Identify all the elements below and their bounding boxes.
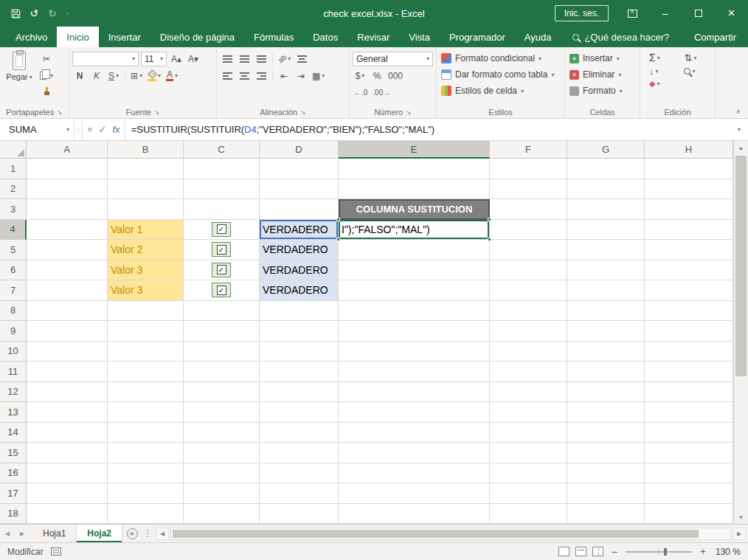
- collapse-ribbon-button[interactable]: ∧: [735, 108, 741, 115]
- cell-G13[interactable]: [567, 402, 645, 423]
- copy-button[interactable]: [38, 68, 55, 83]
- cell-G5[interactable]: [567, 240, 645, 260]
- sheet-tab-hoja1[interactable]: Hoja1: [32, 525, 77, 542]
- cell-E17[interactable]: [339, 483, 490, 504]
- cell-E8[interactable]: [339, 301, 490, 322]
- cell-C4[interactable]: ✓: [184, 220, 260, 241]
- font-size-combobox[interactable]: 11: [141, 52, 167, 66]
- checkbox-C7[interactable]: ✓: [212, 283, 231, 297]
- cell-A15[interactable]: [27, 443, 108, 463]
- cell-D10[interactable]: [260, 342, 339, 362]
- cell-B1[interactable]: [108, 159, 184, 179]
- tab-formulas[interactable]: Fórmulas: [244, 27, 303, 47]
- cancel-button[interactable]: ×: [87, 124, 93, 135]
- sort-filter-button[interactable]: ⇅: [684, 52, 712, 63]
- cell-G11[interactable]: [567, 362, 645, 382]
- save-button[interactable]: [7, 4, 24, 22]
- cell-D8[interactable]: [260, 301, 339, 322]
- delete-cells-button[interactable]: Eliminar: [568, 66, 637, 83]
- clipboard-dialog-launcher[interactable]: ↘: [57, 109, 63, 116]
- cell-B12[interactable]: [108, 382, 184, 403]
- name-box[interactable]: SUMA: [0, 119, 74, 140]
- merge-center-button[interactable]: ▦: [311, 69, 326, 83]
- cell-A6[interactable]: [27, 260, 108, 281]
- vertical-scroll-track[interactable]: [735, 154, 747, 511]
- font-dialog-launcher[interactable]: ↘: [154, 109, 160, 116]
- percent-style-button[interactable]: %: [370, 69, 384, 83]
- italic-button[interactable]: K: [89, 69, 104, 83]
- cell-C14[interactable]: [184, 423, 260, 443]
- cell-F6[interactable]: [490, 260, 567, 281]
- cell-C7[interactable]: ✓: [184, 280, 260, 301]
- page-layout-view-button[interactable]: [575, 547, 586, 556]
- column-header-F[interactable]: F: [490, 141, 567, 159]
- cell-B14[interactable]: [108, 423, 184, 443]
- cell-G10[interactable]: [567, 342, 645, 362]
- enter-button[interactable]: ✓: [99, 124, 107, 135]
- cell-C5[interactable]: ✓: [184, 240, 260, 260]
- minimize-button[interactable]: –: [648, 0, 682, 27]
- cell-G4[interactable]: [567, 220, 645, 241]
- vertical-scroll-thumb[interactable]: [735, 156, 747, 376]
- bold-button[interactable]: N: [72, 69, 87, 83]
- page-break-view-button[interactable]: [592, 547, 603, 556]
- align-right-button[interactable]: [254, 69, 269, 83]
- sheet-nav-left-button[interactable]: ◀: [0, 525, 15, 542]
- cell-A7[interactable]: [27, 280, 108, 301]
- tab-revisar[interactable]: Revisar: [347, 27, 399, 47]
- cell-C16[interactable]: [184, 463, 260, 484]
- zoom-slider[interactable]: [626, 551, 692, 553]
- cell-A13[interactable]: [27, 402, 108, 423]
- format-cells-button[interactable]: Formato: [568, 83, 637, 99]
- cell-B10[interactable]: [108, 342, 184, 362]
- cell-A10[interactable]: [27, 342, 108, 362]
- row-header-9[interactable]: 9: [0, 321, 27, 342]
- cell-E7[interactable]: [339, 280, 490, 301]
- cell-E1[interactable]: [339, 159, 490, 179]
- sheet-tab-hoja2[interactable]: Hoja2: [77, 525, 122, 542]
- cell-H17[interactable]: [645, 483, 733, 504]
- cell-B18[interactable]: [108, 504, 184, 525]
- fill-color-button[interactable]: [146, 69, 162, 83]
- cell-F7[interactable]: [490, 280, 567, 301]
- checkbox-C4[interactable]: ✓: [212, 222, 231, 237]
- cell-E18[interactable]: [339, 504, 490, 525]
- format-painter-button[interactable]: [38, 84, 55, 99]
- wrap-text-button[interactable]: [294, 52, 309, 66]
- cell-H4[interactable]: [645, 220, 733, 241]
- cell-B15[interactable]: [108, 443, 184, 463]
- cell-G7[interactable]: [567, 280, 645, 301]
- cell-C13[interactable]: [184, 402, 260, 423]
- cell-H9[interactable]: [645, 321, 733, 342]
- row-header-7[interactable]: 7: [0, 280, 27, 301]
- row-header-8[interactable]: 8: [0, 301, 27, 322]
- increase-decimal-button[interactable]: ←.0: [353, 86, 369, 100]
- cell-A2[interactable]: [27, 179, 108, 200]
- cell-E15[interactable]: [339, 443, 490, 463]
- cell-H5[interactable]: [645, 240, 733, 260]
- cell-H12[interactable]: [645, 382, 733, 403]
- checkbox-C6[interactable]: ✓: [212, 263, 231, 277]
- align-bottom-button[interactable]: [254, 52, 269, 66]
- share-button[interactable]: Compartir: [677, 27, 748, 47]
- horizontal-scroll-track[interactable]: [170, 528, 731, 540]
- cell-F1[interactable]: [490, 159, 567, 179]
- qat-customize-button[interactable]: [63, 4, 72, 22]
- sign-in-button[interactable]: Inic. ses.: [555, 5, 609, 21]
- cell-H14[interactable]: [645, 423, 733, 443]
- tab-programador[interactable]: Programador: [440, 27, 515, 47]
- cell-H13[interactable]: [645, 402, 733, 423]
- zoom-out-button[interactable]: –: [609, 546, 620, 557]
- tab-insertar[interactable]: Insertar: [99, 27, 150, 47]
- cell-H10[interactable]: [645, 342, 733, 362]
- cell-F14[interactable]: [490, 423, 567, 443]
- borders-button[interactable]: ⊞: [129, 69, 144, 83]
- cell-C11[interactable]: [184, 362, 260, 382]
- undo-button[interactable]: ↺: [26, 4, 42, 22]
- cell-E6[interactable]: [339, 260, 490, 281]
- row-header-12[interactable]: 12: [0, 382, 27, 403]
- cell-D3[interactable]: [260, 199, 339, 220]
- tab-archivo[interactable]: Archivo: [6, 27, 57, 47]
- cell-F15[interactable]: [490, 443, 567, 463]
- tab-diseno-de-pagina[interactable]: Diseño de página: [150, 27, 244, 47]
